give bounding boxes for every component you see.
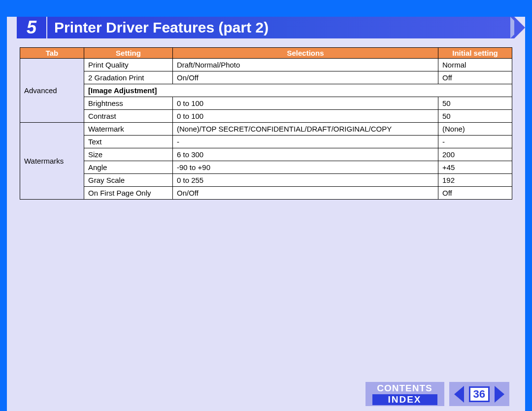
table-row: 2 Gradation PrintOn/OffOff — [20, 71, 512, 84]
chapter-badge: 5 — [17, 17, 46, 38]
setting-cell: Watermark — [84, 123, 173, 136]
contents-link[interactable]: CONTENTS — [377, 383, 432, 394]
content-area: Tab Setting Selections Initial setting A… — [20, 47, 512, 200]
selections-cell: Draft/Normal/Photo — [173, 59, 438, 71]
table-row: Brightness0 to 10050 — [20, 97, 512, 110]
page-number: 36 — [469, 386, 490, 402]
table-row: Gray Scale0 to 255192 — [20, 174, 512, 187]
table-row: [Image Adjustment] — [20, 84, 512, 97]
selections-cell: 0 to 100 — [173, 97, 438, 110]
prev-page-icon[interactable] — [454, 386, 464, 403]
index-link[interactable]: INDEX — [372, 394, 437, 405]
page-nav: 36 — [449, 382, 509, 406]
title-arrow-inner — [514, 17, 525, 38]
features-table: Tab Setting Selections Initial setting A… — [20, 47, 512, 200]
table-row: AdvancedPrint QualityDraft/Normal/PhotoN… — [20, 59, 512, 71]
table-row: Size6 to 300200 — [20, 148, 512, 161]
contents-index-block: CONTENTS INDEX — [366, 382, 444, 406]
setting-cell: Text — [84, 136, 173, 148]
selections-cell: 0 to 100 — [173, 110, 438, 123]
initial-cell: Normal — [438, 59, 512, 71]
chapter-number: 5 — [27, 17, 36, 38]
next-page-icon[interactable] — [495, 386, 504, 403]
initial-cell: Off — [438, 71, 512, 84]
table-row: WatermarksWatermark(None)/TOP SECRET/CON… — [20, 123, 512, 136]
footer-nav: CONTENTS INDEX 36 — [366, 382, 509, 406]
table-row: On First Page OnlyOn/OffOff — [20, 187, 512, 200]
table-header-row: Tab Setting Selections Initial setting — [20, 48, 512, 59]
selections-cell: (None)/TOP SECRET/CONFIDENTIAL/DRAFT/ORI… — [173, 123, 438, 136]
selections-cell: - — [173, 136, 438, 148]
title-bar: 5 Printer Driver Features (part 2) — [17, 17, 514, 38]
table-row: Angle-90 to +90+45 — [20, 161, 512, 174]
initial-cell: 200 — [438, 148, 512, 161]
selections-cell: 0 to 255 — [173, 174, 438, 187]
table-row: Text-- — [20, 136, 512, 148]
setting-cell: Brightness — [84, 97, 173, 110]
initial-cell: 50 — [438, 110, 512, 123]
initial-cell: Off — [438, 187, 512, 200]
initial-cell: 50 — [438, 97, 512, 110]
col-header-selections: Selections — [173, 48, 438, 59]
tab-cell: Advanced — [20, 59, 84, 123]
setting-cell: Size — [84, 148, 173, 161]
initial-cell: - — [438, 136, 512, 148]
setting-cell: 2 Gradation Print — [84, 71, 173, 84]
initial-cell: (None) — [438, 123, 512, 136]
setting-cell: On First Page Only — [84, 187, 173, 200]
setting-cell: Gray Scale — [84, 174, 173, 187]
tab-cell: Watermarks — [20, 123, 84, 200]
selections-cell: 6 to 300 — [173, 148, 438, 161]
page-title-text: Printer Driver Features (part 2) — [54, 19, 268, 36]
page-title: Printer Driver Features (part 2) — [47, 17, 514, 38]
page-container: 5 Printer Driver Features (part 2) Tab S… — [7, 17, 525, 411]
setting-cell: Angle — [84, 161, 173, 174]
table-row: Contrast0 to 10050 — [20, 110, 512, 123]
initial-cell: 192 — [438, 174, 512, 187]
col-header-setting: Setting — [84, 48, 173, 59]
col-header-tab: Tab — [20, 48, 84, 59]
col-header-initial: Initial setting — [438, 48, 512, 59]
section-header: [Image Adjustment] — [84, 84, 512, 97]
setting-cell: Contrast — [84, 110, 173, 123]
selections-cell: On/Off — [173, 71, 438, 84]
setting-cell: Print Quality — [84, 59, 173, 71]
selections-cell: On/Off — [173, 187, 438, 200]
initial-cell: +45 — [438, 161, 512, 174]
selections-cell: -90 to +90 — [173, 161, 438, 174]
